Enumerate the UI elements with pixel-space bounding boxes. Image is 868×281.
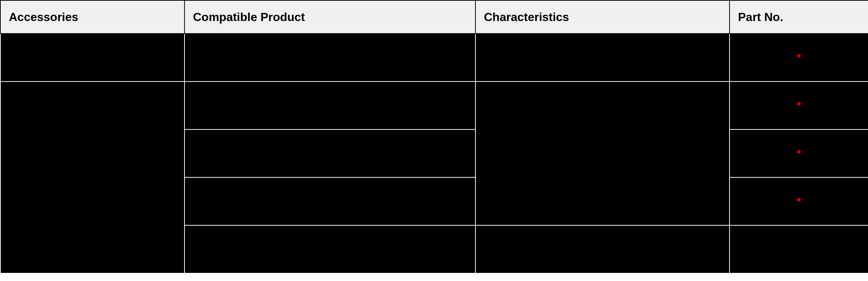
cell-text bbox=[476, 226, 729, 273]
asterisk-icon: * bbox=[797, 196, 801, 207]
cell-compatible-product bbox=[185, 81, 475, 129]
page-wrapper: Accessories Compatible Product Character… bbox=[0, 0, 868, 281]
cell-text: * bbox=[730, 130, 868, 177]
cell-accessories bbox=[0, 34, 185, 81]
header-compatible-product: Compatible Product bbox=[185, 0, 475, 34]
table-row: * bbox=[0, 34, 868, 81]
cell-part-no: * bbox=[730, 177, 868, 225]
cell-text bbox=[1, 34, 184, 81]
cell-text bbox=[1, 82, 184, 273]
cell-part-no: * bbox=[730, 129, 868, 177]
cell-text bbox=[185, 226, 475, 273]
cell-characteristics bbox=[475, 225, 730, 273]
cell-text bbox=[476, 34, 729, 81]
cell-text bbox=[476, 82, 729, 225]
cell-text bbox=[185, 130, 475, 177]
asterisk-icon: * bbox=[797, 100, 801, 111]
asterisk-icon: * bbox=[797, 148, 801, 159]
cell-characteristics bbox=[475, 81, 730, 225]
cell-text bbox=[185, 178, 475, 225]
cell-text: * bbox=[730, 34, 868, 81]
asterisk-icon: * bbox=[797, 52, 801, 63]
header-part-no: Part No. bbox=[730, 0, 868, 34]
accessories-table: Accessories Compatible Product Character… bbox=[0, 0, 868, 274]
cell-compatible-product bbox=[185, 177, 475, 225]
cell-text bbox=[185, 82, 475, 129]
cell-text bbox=[185, 34, 475, 81]
table-header-row: Accessories Compatible Product Character… bbox=[0, 0, 868, 34]
cell-accessories bbox=[0, 81, 185, 273]
cell-compatible-product bbox=[185, 225, 475, 273]
cell-characteristics bbox=[475, 34, 730, 81]
cell-part-no: * bbox=[730, 81, 868, 129]
cell-part-no: * bbox=[730, 34, 868, 81]
cell-text bbox=[730, 226, 868, 273]
header-accessories: Accessories bbox=[0, 0, 185, 34]
table-row: * bbox=[0, 81, 868, 129]
cell-text: * bbox=[730, 178, 868, 225]
cell-part-no bbox=[730, 225, 868, 273]
cell-compatible-product bbox=[185, 129, 475, 177]
cell-text: * bbox=[730, 82, 868, 129]
cell-compatible-product bbox=[185, 34, 475, 81]
header-characteristics: Characteristics bbox=[475, 0, 730, 34]
